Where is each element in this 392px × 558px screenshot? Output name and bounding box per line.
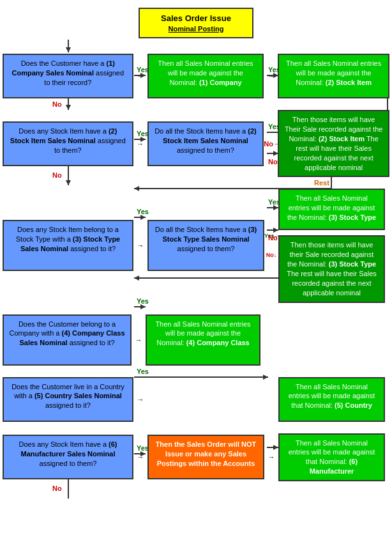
a3-mid-bold: (3) Stock Type Sales Nominal bbox=[162, 226, 257, 243]
no-issue-box: Then the Sales Order will NOT Issue or m… bbox=[147, 435, 264, 479]
a1-right-bold: (2) Stock Item bbox=[326, 79, 372, 86]
a3-yes-right-text: Then all Sales Nominal entries will be m… bbox=[287, 194, 376, 221]
svg-marker-9 bbox=[66, 105, 71, 110]
header-title: Sales Order Issue bbox=[145, 13, 247, 24]
a6-right-bold: (6) Manufacturer bbox=[310, 458, 358, 475]
q1-text: Does the Customer have a (1) Company Sal… bbox=[12, 59, 124, 86]
q2-text: Does any Stock Item have a (2) Stock Ite… bbox=[10, 127, 126, 154]
a5-right-text: Then all Sales Nominal entries will be m… bbox=[289, 383, 375, 410]
a5-right-bold: (5) Country bbox=[335, 401, 372, 409]
q3-bold: (3) Stock Type Sales Nominal bbox=[20, 235, 120, 252]
a1-right-box: Then all Sales Nominal entries will be m… bbox=[278, 54, 389, 98]
q2-yes-arrow: → bbox=[133, 140, 147, 148]
row-q1: Does the Customer have a (1) Company Sal… bbox=[3, 54, 389, 98]
a1-right-text: Then all Sales Nominal entries will be m… bbox=[286, 59, 381, 86]
q2-bold: (2) Stock Item Sales Nominal bbox=[10, 127, 117, 144]
q1-bold: (1) Company Sales Nominal bbox=[12, 59, 115, 77]
a2-right-box: Then those items will have Their Sale re… bbox=[278, 110, 389, 177]
a3-yes-right-bold: (3) Stock Type bbox=[329, 213, 376, 221]
a6-right-box: Then all Sales Nominal entries will be m… bbox=[278, 433, 385, 481]
q1-box: Does the Customer have a (1) Company Sal… bbox=[3, 54, 133, 98]
row-q5: Does the Customer live in a Country with… bbox=[3, 377, 389, 422]
a4-mid-box: Then all Sales Nominal entries will be m… bbox=[146, 314, 260, 366]
a5-right-box: Then all Sales Nominal entries will be m… bbox=[278, 377, 385, 422]
a3-mid-text: Do all the Stock Items have a (3) Stock … bbox=[155, 226, 257, 252]
a2-mid-box: Do all the Stock Items have a (2) Stock … bbox=[147, 121, 264, 166]
q5-box: Does the Customer live in a Country with… bbox=[3, 377, 133, 422]
a3-no-right-text: Then those items will have their Sale re… bbox=[287, 241, 377, 296]
q6-yes-arrow: → bbox=[133, 453, 147, 461]
q6-text: Does any Stock Item have a (6) Manufactu… bbox=[19, 440, 117, 467]
row-q2: Does any Stock Item have a (2) Stock Ite… bbox=[3, 110, 389, 177]
q6-box: Does any Stock Item have a (6) Manufactu… bbox=[3, 435, 133, 479]
q4-yes-arrow: → bbox=[132, 336, 146, 344]
q2-box: Does any Stock Item have a (2) Stock Ite… bbox=[3, 121, 133, 166]
row-q4: Does the Customer belong to a Company wi… bbox=[3, 314, 389, 366]
bottom-spacer bbox=[3, 481, 389, 494]
a1-mid-bold: (1) Company bbox=[199, 79, 242, 86]
a2-mid-text: Do all the Stock Items have a (2) Stock … bbox=[155, 127, 257, 154]
a2-right-bold: (2) Stock Item bbox=[319, 135, 365, 143]
q4-box: Does the Customer belong to a Company wi… bbox=[3, 314, 132, 366]
a2-mid-bold: (2) Stock Item Sales Nominal bbox=[163, 127, 257, 144]
row-q3: Does any Stock Item belong to a Stock Ty… bbox=[3, 189, 389, 302]
a2-right-text: Then those items will have Their Sale re… bbox=[285, 116, 382, 171]
a4-mid-bold: (4) Company Class bbox=[186, 339, 250, 346]
no-issue-right-arrow: → bbox=[264, 453, 278, 461]
a3-right-col: Then all Sales Nominal entries will be m… bbox=[278, 189, 385, 302]
a3-arrows: Yes→ No↓ bbox=[264, 233, 278, 258]
a4-mid-text: Then all Sales Nominal entries will be m… bbox=[155, 320, 250, 347]
q5-bold: (5) Country Sales Nominal bbox=[34, 392, 122, 399]
a3-yes-right-box: Then all Sales Nominal entries will be m… bbox=[278, 189, 385, 230]
q4-text: Does the Customer belong to a Company wi… bbox=[10, 320, 125, 347]
svg-text:Rest: Rest bbox=[314, 179, 329, 187]
svg-marker-1 bbox=[66, 47, 71, 52]
q3-text: Does any Stock Item belong to a Stock Ty… bbox=[16, 226, 120, 252]
header-subtitle: Nominal Posting bbox=[145, 24, 247, 34]
q3-box: Does any Stock Item belong to a Stock Ty… bbox=[3, 220, 133, 271]
q6-bold: (6) Manufacturer Sales Nominal bbox=[21, 440, 117, 458]
q4-bold: (4) Company Class Sales Nominal bbox=[19, 329, 124, 346]
a3-no-right-bold: (3) Stock Type bbox=[329, 260, 376, 268]
q5-text: Does the Customer live in a Country with… bbox=[11, 383, 124, 410]
a3-mid-box: Do all the Stock Items have a (3) Stock … bbox=[147, 220, 264, 271]
a1-mid-box: Then all Sales Nominal entries will be m… bbox=[147, 54, 264, 98]
svg-text:No: No bbox=[52, 100, 62, 108]
svg-marker-22 bbox=[66, 180, 71, 185]
no-issue-text: Then the Sales Order will NOT Issue or m… bbox=[156, 440, 257, 467]
a6-right-text: Then all Sales Nominal entries will be m… bbox=[289, 439, 375, 476]
a3-no-right-box: Then those items will have their Sale re… bbox=[278, 235, 385, 302]
row-q6: Does any Stock Item have a (6) Manufactu… bbox=[3, 433, 389, 481]
flowchart-diagram: Yes Yes No Yes Yes No No Rest bbox=[0, 0, 392, 499]
svg-text:Yes: Yes bbox=[137, 368, 149, 375]
a1-mid-yes-arrow: → bbox=[264, 72, 278, 80]
q1-yes-arrow: → bbox=[133, 72, 147, 80]
header-box: Sales Order Issue Nominal Posting bbox=[139, 8, 253, 38]
a2-mid-no-label: No→ bbox=[264, 140, 278, 148]
a1-mid-text: Then all Sales Nominal entries will be m… bbox=[158, 59, 253, 86]
header-row: Sales Order Issue Nominal Posting bbox=[3, 5, 389, 41]
q3-yes-arrow: → bbox=[133, 242, 147, 249]
svg-marker-45 bbox=[140, 304, 146, 309]
q5-yes-arrow: → bbox=[133, 396, 147, 403]
